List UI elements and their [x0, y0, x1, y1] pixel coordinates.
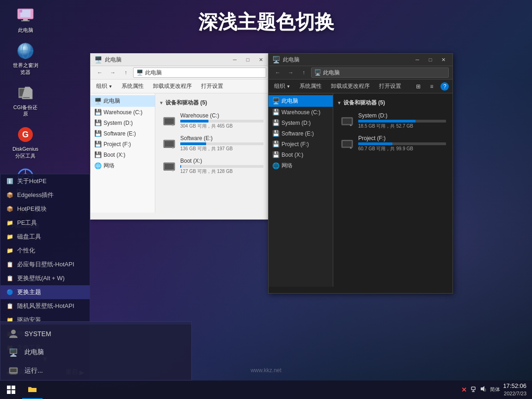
ribbon-open-settings[interactable]: 打开设置 [199, 81, 225, 91]
dark-drive-d-bar [358, 120, 416, 123]
sidebar-f-label: Project (F:) [104, 141, 131, 147]
drive-item-e[interactable]: Software (E:) 136 GB 可用，共 197 GB [159, 133, 266, 154]
cm-this-pc[interactable]: 🖥️ 此电脑 [0, 343, 191, 362]
sidebar-item-network[interactable]: 🌐 网络 [91, 160, 155, 172]
drive-c-icon: 💾 [94, 109, 102, 116]
dark-sidebar-this-pc[interactable]: 🖥️ 此电脑 [269, 95, 333, 107]
dark-up-button[interactable]: ↑ [298, 68, 309, 78]
left-panel-personalize[interactable]: 📁 个性化 [0, 244, 90, 258]
dark-drive-item-f[interactable]: Project (F:) 60.7 GB 可用，共 99.9 GB [337, 133, 449, 154]
drive-c-size: 304 GB 可用，共 465 GB [180, 123, 263, 129]
close-button[interactable]: ✕ [255, 55, 266, 64]
sidebar-item-x[interactable]: 💾 Boot (X:) [91, 149, 155, 160]
explorer-light-sidebar: 🖥️ 此电脑 💾 Warehouse (C:) 💾 System (D:) 💾 … [91, 93, 155, 213]
explorer-dark-titlebar-icon: 🖥️ [272, 56, 280, 63]
drive-item-c[interactable]: Warehouse (C:) 304 GB 可用，共 465 GB [159, 110, 266, 131]
dark-minimize-button[interactable]: ─ [412, 55, 423, 64]
icon-my-computer[interactable]: 此电脑 [9, 5, 42, 35]
sidebar-item-d[interactable]: 💾 System (D:) [91, 117, 155, 128]
left-panel-disk-tools[interactable]: 📁 磁盘工具 [0, 230, 90, 244]
explorer-dark-window: 🖥️ 此电脑 ─ □ ✕ ← → ↑ 🖥️ 此电脑 组织 系统属性 卸载或更改程… [268, 53, 453, 294]
dark-sidebar-f[interactable]: 💾 Project (F:) [269, 139, 333, 149]
dark-close-button[interactable]: ✕ [438, 55, 449, 64]
back-button[interactable]: ← [94, 68, 105, 78]
sidebar-d-label: System (D:) [104, 120, 133, 126]
left-panel-daily-wallpaper[interactable]: 📋 必应每日壁纸-HotAPI [0, 258, 90, 271]
dark-view-list-icon[interactable]: ≡ [428, 82, 435, 91]
drive-grid: Warehouse (C:) 304 GB 可用，共 465 GB [159, 110, 266, 177]
explorer-light-title: 此电脑 [105, 56, 226, 64]
dark-help-icon[interactable]: ? [440, 82, 449, 91]
network-icon: 🌐 [94, 162, 102, 169]
dark-sidebar-x[interactable]: 💾 Boot (X:) [269, 149, 333, 160]
svg-point-43 [350, 147, 352, 148]
dark-ribbon-uninstall[interactable]: 卸载或更改程序 [329, 81, 372, 91]
drive-e-bar-container [180, 142, 263, 145]
left-panel-change-theme[interactable]: 🔵 更换主题 [0, 285, 90, 299]
dark-address-text: 此电脑 [323, 69, 340, 77]
svg-text:): ) [485, 387, 486, 392]
dark-address-bar[interactable]: 🖥️ 此电脑 [311, 68, 449, 78]
svg-rect-4 [21, 20, 30, 21]
taskbar-start-button[interactable] [0, 381, 22, 399]
dark-view-grid-icon[interactable]: ⊞ [414, 82, 422, 91]
dark-forward-button[interactable]: → [285, 68, 296, 78]
cm-system-user[interactable]: SYSTEM [0, 325, 191, 343]
minimize-button[interactable]: ─ [229, 55, 240, 64]
icon-cgi[interactable]: CGI备份还原 [9, 82, 42, 119]
drive-item-x[interactable]: Boot (X:) 127 GB 可用，共 128 GB [159, 156, 266, 177]
sidebar-item-c[interactable]: 💾 Warehouse (C:) [91, 107, 155, 117]
left-panel-edgeless[interactable]: 📦 Edgeless插件 [0, 188, 90, 202]
taskbar-tray: ✕ ) 简体 17:52:06 2022/7/23 [456, 382, 532, 398]
ribbon-system-props[interactable]: 系统属性 [120, 81, 146, 91]
forward-button[interactable]: → [107, 68, 118, 78]
explorer-light-titlebar-icon: 🖥️ [94, 56, 102, 63]
sidebar-item-e[interactable]: 💾 Software (E:) [91, 128, 155, 139]
up-button[interactable]: ↑ [120, 68, 131, 78]
sidebar-item-this-pc[interactable]: 🖥️ 此电脑 [91, 95, 155, 107]
dark-sidebar-network[interactable]: 🌐 网络 [269, 160, 333, 172]
sidebar-item-f[interactable]: 💾 Project (F:) [91, 139, 155, 149]
icon-browser-label: 世界之窗浏览器 [11, 62, 40, 75]
dark-sidebar-c[interactable]: 💾 Warehouse (C:) [269, 107, 333, 117]
icon-diskgenius[interactable]: G DiskGenius分区工具 [9, 123, 42, 161]
taskbar-clock[interactable]: 17:52:06 2022/7/23 [503, 382, 526, 398]
address-bar-text: 此电脑 [145, 69, 162, 77]
drive-x-name: Boot (X:) [180, 158, 263, 164]
taskbar-item-folder[interactable] [22, 381, 43, 399]
dark-ribbon-organize[interactable]: 组织 [272, 81, 292, 91]
edgeless-label: Edgeless插件 [17, 191, 54, 199]
left-panel-hotpe-module[interactable]: 📦 HotPE模块 [0, 202, 90, 216]
dark-ribbon-system-props[interactable]: 系统属性 [298, 81, 324, 91]
left-panel-change-wallpaper[interactable]: 📋 更换壁纸(Alt + W) [0, 271, 90, 285]
left-panel-about-hotpe[interactable]: ℹ️ 关于HotPE [0, 174, 90, 188]
tray-x-icon[interactable]: ✕ [461, 386, 467, 393]
personalize-label: 个性化 [17, 246, 35, 255]
ribbon-uninstall[interactable]: 卸载或更改程序 [151, 81, 194, 91]
daily-wallpaper-label: 必应每日壁纸-HotAPI [17, 260, 74, 269]
dark-back-button[interactable]: ← [272, 68, 283, 78]
tray-volume-icon[interactable]: ) [480, 385, 487, 394]
address-bar[interactable]: 🖥️ 此电脑 [133, 68, 266, 78]
maximize-button[interactable]: □ [242, 55, 253, 64]
address-bar-icon: 🖥️ [136, 69, 143, 76]
dark-sidebar-d[interactable]: 💾 System (D:) [269, 117, 333, 128]
icon-browser[interactable]: 世界之窗浏览器 [9, 40, 42, 77]
svg-rect-50 [12, 386, 15, 389]
dark-sidebar-e[interactable]: 💾 Software (E:) [269, 128, 333, 139]
tray-network-icon[interactable] [470, 385, 477, 394]
left-panel-random-wallpaper[interactable]: 📋 随机风景壁纸-HotAPI [0, 299, 90, 313]
tray-ime-icon[interactable]: 简体 [490, 386, 500, 393]
dark-drive-item-d[interactable]: System (D:) 18.5 GB 可用，共 52.7 GB [337, 110, 449, 131]
drive-c-info: Warehouse (C:) 304 GB 可用，共 465 GB [180, 112, 263, 129]
explorer-light-main: ▼ 设备和驱动器 (5) Warehouse (C:) [155, 93, 270, 213]
dark-maximize-button[interactable]: □ [425, 55, 436, 64]
change-wallpaper-icon: 📋 [6, 275, 13, 282]
cm-run[interactable]: 运行... [0, 362, 191, 380]
dark-sidebar-x-label: Boot (X:) [281, 152, 303, 158]
left-panel-pe-tools[interactable]: 📁 PE工具 [0, 216, 90, 230]
dark-drive-f-bar [358, 142, 392, 145]
ribbon-organize[interactable]: 组织 [94, 81, 114, 91]
dark-ribbon-open-settings[interactable]: 打开设置 [377, 81, 403, 91]
cm-pc-icon: 🖥️ [8, 347, 19, 358]
